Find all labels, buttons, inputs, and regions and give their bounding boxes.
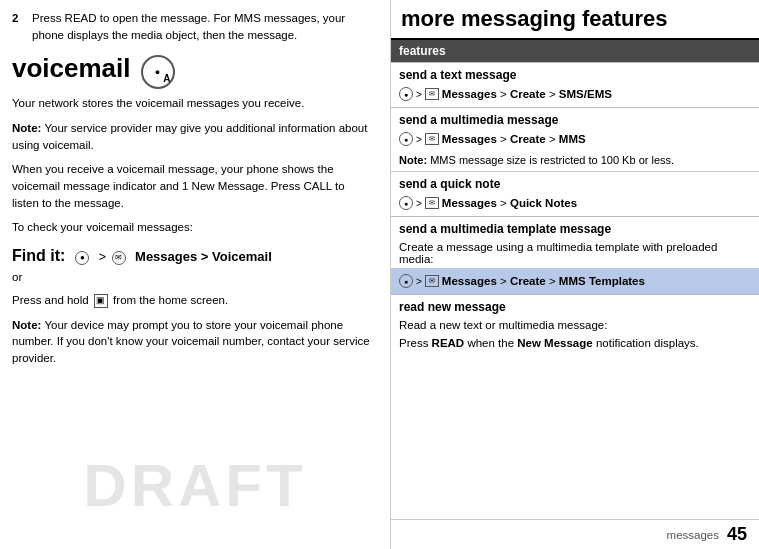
note1-label: Note: <box>12 122 41 134</box>
feature-label-text: send a text message <box>391 63 759 85</box>
feature-path-template: ● > ✉ Messages > Create > MMS Templates <box>391 268 759 295</box>
voicemail-body2: To check your voicemail messages: <box>12 219 374 236</box>
step-text: Press READ to open the message. For MMS … <box>32 10 374 43</box>
msg-envelope-icon-2: ✉ <box>425 133 439 145</box>
path-sms: ● > ✉ Messages > Create > SMS/EMS <box>391 84 759 108</box>
or-label: or <box>12 269 374 286</box>
voicemail-body1: When you receive a voicemail message, yo… <box>12 161 374 211</box>
nav-dot-icon-2: ● <box>399 132 413 146</box>
nav-dot-icon-3: ● <box>399 196 413 210</box>
feature-path-quicknote: ● > ✉ Messages > Quick Notes <box>391 193 759 217</box>
msg-icon-voicemail: ✉ <box>112 251 126 265</box>
mms-note: Note: MMS message size is restricted to … <box>391 152 759 172</box>
msg-envelope-icon-3: ✉ <box>425 197 439 209</box>
page-footer: messages 45 <box>391 519 759 549</box>
features-table: features send a text message ● > ✉ Messa… <box>391 40 759 352</box>
find-path: ● > ✉ Messages > Voicemail <box>70 249 272 264</box>
home-key-icon: ▣ <box>94 294 108 308</box>
step-2: 2 Press READ to open the message. For MM… <box>12 10 374 43</box>
msg-envelope-icon-4: ✉ <box>425 275 439 287</box>
feature-header-mms: send a multimedia message <box>391 108 759 130</box>
table-header-row: features <box>391 40 759 63</box>
feature-header-quicknote: send a quick note <box>391 172 759 194</box>
note2-label: Note: <box>12 319 41 331</box>
nav-dot-icon: ● <box>399 87 413 101</box>
feature-path-sms: ● > ✉ Messages > Create > SMS/EMS <box>391 84 759 108</box>
feature-body-readnew2: Press READ when the New Message notifica… <box>391 334 759 352</box>
footer-label: messages <box>667 529 719 541</box>
table-header-label: features <box>391 40 759 63</box>
left-column: 2 Press READ to open the message. For MM… <box>0 0 390 549</box>
msg-envelope-icon: ✉ <box>425 88 439 100</box>
step-number: 2 <box>12 10 26 43</box>
feature-label-template: send a multimedia template message <box>391 217 759 239</box>
feature-body-readnew1: Read a new text or multimedia message: <box>391 316 759 334</box>
footer-page-number: 45 <box>727 524 747 545</box>
voicemail-note1: Note: Your service provider may give you… <box>12 120 374 153</box>
feature-header-readnew: read new message <box>391 295 759 317</box>
path-template: ● > ✉ Messages > Create > MMS Templates <box>391 268 759 295</box>
right-header: more messaging features <box>391 0 759 40</box>
template-body-text: Create a message using a multimedia temp… <box>391 238 759 268</box>
draft-watermark: DRAFT <box>83 442 306 529</box>
press-hold-text: Press and hold ▣ from the home screen. <box>12 292 374 309</box>
feature-label-quicknote: send a quick note <box>391 172 759 194</box>
note1-text: Your service provider may give you addit… <box>12 122 367 151</box>
voicemail-note2: Note: Your device may prompt you to stor… <box>12 317 374 367</box>
note2-text: Your device may prompt you to store your… <box>12 319 370 364</box>
features-content: features send a text message ● > ✉ Messa… <box>391 40 759 519</box>
feature-label-mms: send a multimedia message <box>391 108 759 130</box>
feature-header-template: send a multimedia template message <box>391 217 759 239</box>
path-quicknote: ● > ✉ Messages > Quick Notes <box>391 193 759 217</box>
feature-path-mms: ● > ✉ Messages > Create > MMS <box>391 129 759 152</box>
feature-body-template: Create a message using a multimedia temp… <box>391 238 759 268</box>
feature-header-text: send a text message <box>391 63 759 85</box>
mms-note-text: Note: MMS message size is restricted to … <box>391 152 759 172</box>
find-it-label: Find it: ● > ✉ Messages > Voicemail <box>12 244 374 267</box>
right-title: more messaging features <box>401 6 747 32</box>
voicemail-section: voicemail ● Your network stores the voic… <box>12 53 374 366</box>
voicemail-heading: voicemail ● <box>12 53 374 89</box>
nav-circle-icon: ● <box>75 251 89 265</box>
voicemail-intro: Your network stores the voicemail messag… <box>12 95 374 112</box>
readnew-text2: Press READ when the New Message notifica… <box>391 334 759 352</box>
path-mms: ● > ✉ Messages > Create > MMS <box>391 129 759 152</box>
nav-dot-icon-4: ● <box>399 274 413 288</box>
readnew-text1: Read a new text or multimedia message: <box>391 316 759 334</box>
feature-label-readnew: read new message <box>391 295 759 317</box>
right-column: more messaging features features send a … <box>390 0 759 549</box>
voicemail-icon: ● <box>141 55 175 89</box>
